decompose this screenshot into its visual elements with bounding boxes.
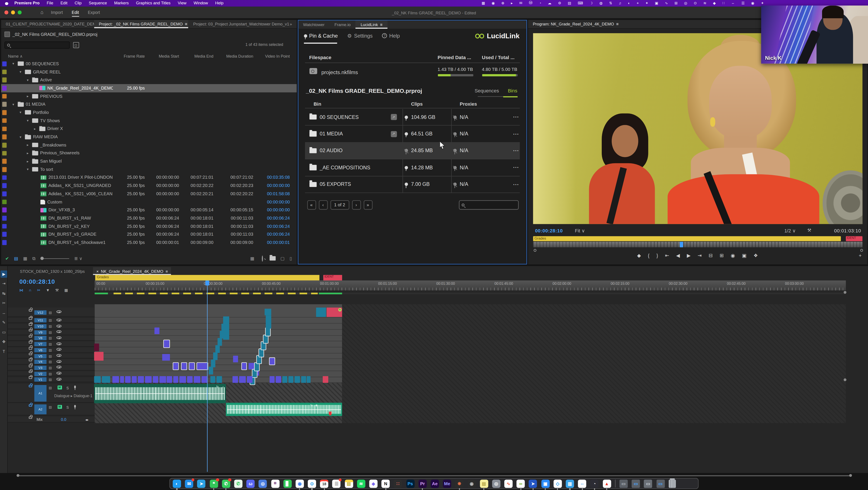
last-page-button[interactable]: » bbox=[364, 200, 372, 209]
dock-trash[interactable] bbox=[669, 479, 676, 488]
menu-app-name[interactable]: Premiere Pro bbox=[14, 1, 40, 6]
dock-spotify[interactable]: ≋ bbox=[357, 479, 365, 488]
track-lock-icon[interactable] bbox=[29, 404, 32, 407]
tree-row[interactable]: ▸Previous_Showreels bbox=[1, 149, 297, 157]
sync-lock-icon[interactable]: ▤ bbox=[49, 336, 52, 340]
dock-clickup[interactable]: ◆ bbox=[369, 479, 377, 488]
lift-button[interactable]: ⊟ bbox=[709, 253, 713, 258]
track-output-toggle[interactable] bbox=[57, 372, 62, 374]
voiceover-record-icon[interactable] bbox=[74, 386, 76, 389]
track-lock-icon[interactable] bbox=[29, 385, 32, 387]
menu-item-view[interactable]: View bbox=[178, 1, 186, 6]
dock-minimized-window-4[interactable]: ▭ bbox=[656, 479, 664, 488]
scrollbar-dot[interactable] bbox=[849, 474, 852, 477]
sync-lock-icon[interactable]: ▤ bbox=[49, 371, 52, 375]
dock-wave-app[interactable]: ∿ bbox=[504, 479, 513, 488]
program-scrub-bar[interactable] bbox=[533, 242, 862, 247]
sort-icon[interactable]: ≣ ∨ bbox=[74, 256, 83, 261]
label-color-chip[interactable] bbox=[2, 175, 7, 180]
track-target-button[interactable]: V1 bbox=[34, 378, 46, 382]
label-color-chip[interactable] bbox=[2, 62, 7, 66]
disclosure-icon[interactable]: ▾ bbox=[26, 119, 30, 123]
dock-stickies[interactable]: ▤ bbox=[480, 479, 488, 488]
panel-menu-icon[interactable]: ≡ bbox=[616, 22, 619, 27]
column-header-media-duration[interactable]: Media Duration bbox=[213, 54, 253, 59]
tree-row[interactable]: DN_BURST_v3_GRADE25.00 fps00:00:06:2400:… bbox=[1, 230, 297, 238]
disclosure-icon[interactable]: ▸ bbox=[26, 159, 30, 163]
linked-selection-icon[interactable]: ⋈ bbox=[19, 288, 23, 293]
disclosure-icon[interactable]: ▾ bbox=[26, 78, 30, 82]
dock-screen-share[interactable]: ▥ bbox=[566, 479, 574, 488]
freeform-view-icon[interactable]: ⧉ bbox=[32, 256, 35, 261]
dock-calendar[interactable]: 18 bbox=[320, 479, 328, 488]
status-icon[interactable]: ☰ bbox=[741, 1, 745, 5]
label-color-chip[interactable] bbox=[2, 192, 7, 196]
track-lock-icon[interactable] bbox=[29, 377, 32, 379]
button-editor-button[interactable]: ❖ bbox=[753, 253, 758, 258]
label-color-chip[interactable] bbox=[2, 94, 7, 99]
list-view-icon[interactable]: ▤ bbox=[14, 256, 18, 261]
nav-settings[interactable]: ⚙Settings bbox=[347, 33, 373, 39]
label-color-chip[interactable] bbox=[2, 102, 7, 107]
status-icon[interactable]: ◎ bbox=[684, 1, 687, 5]
dock-media-encoder[interactable]: Me bbox=[443, 479, 451, 488]
solo-button[interactable]: S bbox=[66, 386, 69, 390]
tree-row[interactable]: DN_BURST_v4_Shockwave125.00 fps00:00:00:… bbox=[1, 238, 297, 247]
label-color-chip[interactable] bbox=[2, 200, 7, 204]
status-icon[interactable]: ⊕ bbox=[501, 1, 504, 5]
scroll-end-dot[interactable] bbox=[860, 249, 863, 252]
label-color-chip[interactable] bbox=[2, 240, 7, 245]
menu-item-sequence[interactable]: Sequence bbox=[89, 1, 107, 6]
sync-lock-icon[interactable]: ▤ bbox=[49, 318, 52, 322]
track-lock-icon[interactable] bbox=[29, 347, 32, 349]
pinned-col-label[interactable]: Pinned Data ... bbox=[438, 55, 471, 60]
tree-row[interactable]: ▾Active bbox=[1, 76, 297, 84]
track-output-toggle[interactable] bbox=[57, 342, 62, 345]
rectangle-tool[interactable]: ▭ bbox=[1, 329, 7, 336]
track-output-toggle[interactable] bbox=[57, 354, 62, 357]
status-icon[interactable]: ⇔ bbox=[731, 1, 735, 5]
apple-menu-icon[interactable] bbox=[5, 1, 9, 5]
nav-help[interactable]: ?Help bbox=[382, 33, 400, 38]
voiceover-record-icon[interactable] bbox=[74, 405, 76, 408]
zoom-level-dropdown[interactable]: Fit ∨ bbox=[575, 228, 585, 233]
disclosure-icon[interactable]: ▾ bbox=[11, 62, 15, 66]
sync-lock-icon[interactable]: ▤ bbox=[49, 348, 52, 352]
row-menu-button[interactable]: ⋯ bbox=[501, 130, 520, 137]
track-output-toggle[interactable] bbox=[57, 319, 62, 321]
ripple-edit-tool[interactable]: ↹ bbox=[1, 290, 7, 297]
status-icon[interactable]: ⊙ bbox=[694, 1, 697, 5]
dock-slack[interactable]: ⌗ bbox=[271, 479, 279, 488]
label-color-chip[interactable] bbox=[2, 151, 7, 156]
sync-lock-icon[interactable]: ▤ bbox=[49, 366, 52, 369]
status-icon[interactable]: ♫ bbox=[619, 1, 622, 5]
tree-row[interactable]: Custom00:00:00:00 bbox=[1, 198, 297, 206]
dock-messages[interactable]: ❝ bbox=[210, 479, 218, 488]
tree-row[interactable]: ▸Driver X bbox=[1, 125, 297, 133]
disclosure-icon[interactable]: ▸ bbox=[26, 143, 30, 147]
panel-scroll-dot[interactable] bbox=[844, 379, 846, 381]
track-output-toggle[interactable] bbox=[57, 378, 62, 381]
dock-minimized-window-1[interactable]: ▭ bbox=[619, 479, 628, 488]
mute-button[interactable]: M bbox=[58, 385, 62, 389]
bin-row-01-media[interactable]: 01 MEDIA↗64.51 GBN/A⋯ bbox=[305, 126, 520, 142]
dock-minimized-window-2[interactable]: ▭ bbox=[632, 479, 640, 488]
track-lock-icon[interactable] bbox=[29, 370, 32, 373]
dock-teamviewer[interactable]: ⇔ bbox=[578, 479, 586, 488]
marker-icon[interactable]: ▼ bbox=[46, 288, 50, 293]
pinned-icon[interactable] bbox=[404, 183, 408, 186]
step-forward-button[interactable]: ⇥ bbox=[698, 253, 702, 258]
pen-tool[interactable]: ✎ bbox=[1, 319, 7, 326]
disclosure-icon[interactable]: ▾ bbox=[19, 110, 22, 115]
tree-row[interactable]: Adidas_ KK_SS21_UNGRADED25.00 fps00:00:0… bbox=[1, 182, 297, 190]
label-color-chip[interactable] bbox=[2, 118, 7, 123]
tree-row[interactable]: 2013.031 Driver X Pilot-LONDON-CANARY-W2… bbox=[1, 173, 297, 182]
lucid-search-box[interactable] bbox=[459, 200, 518, 209]
next-page-button[interactable]: › bbox=[352, 200, 361, 209]
status-icon[interactable]: ✦ bbox=[761, 1, 764, 5]
track-lock-icon[interactable] bbox=[29, 335, 32, 337]
project-search-input[interactable] bbox=[11, 43, 61, 47]
add-marker-button[interactable]: ◆ bbox=[637, 253, 641, 258]
track-lock-icon[interactable] bbox=[29, 329, 32, 332]
slip-tool[interactable]: ↔ bbox=[1, 309, 7, 316]
